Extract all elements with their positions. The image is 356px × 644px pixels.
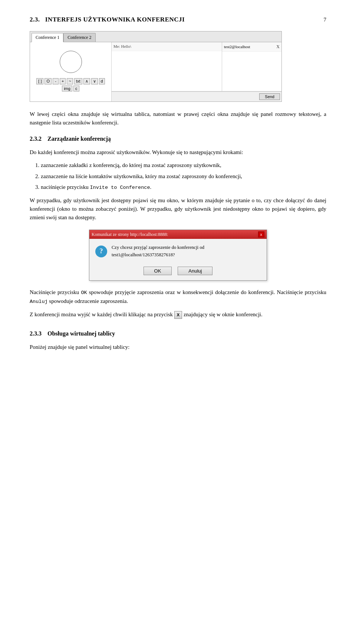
section-heading: INTERFEJS UŻYTKOWNIKA KONFERENCJI <box>45 16 185 23</box>
toolbar-up[interactable]: ∧ <box>83 78 90 84</box>
subsection-233-number: 2.3.3 <box>30 330 42 337</box>
section-number: 2.3. <box>30 16 40 23</box>
drawing-toolbar: [ ] O - + ~ txt ∧ ∨ d img c <box>30 77 111 93</box>
dialog-cancel-button[interactable]: Anuluj <box>178 267 212 275</box>
steps-list: zaznaczenie zakładki z konferencją, do k… <box>41 161 326 191</box>
close-x-button-example: X <box>174 311 182 319</box>
paragraph-4: Z konferencji można wyjść w każdej chwil… <box>30 310 326 319</box>
tab-conference1[interactable]: Conference 1 <box>32 33 63 42</box>
dialog-ok-button[interactable]: OK <box>144 267 172 275</box>
dialog-container: Komunikat ze strony http://localhost:888… <box>30 230 326 281</box>
dialog-close-button[interactable]: x <box>258 231 265 237</box>
dialog-titlebar: Komunikat ze strony http://localhost:888… <box>89 230 267 239</box>
dialog-question-icon: ? <box>95 246 107 257</box>
send-row: Send <box>112 91 281 101</box>
top-panels: Me: Hello\ test2@localhost X <box>112 42 281 91</box>
toolbar-d[interactable]: d <box>99 78 105 84</box>
circle-drawing <box>60 51 82 73</box>
toolbar-select[interactable]: [ ] <box>36 78 43 84</box>
paragraph-1: W lewej części okna znajduje się wirtual… <box>30 110 326 127</box>
toolbar-down[interactable]: ∨ <box>91 78 98 84</box>
participants-header: test2@localhost X <box>222 42 281 52</box>
toolbar-plus[interactable]: + <box>60 78 66 84</box>
dialog-message: Czy chcesz przyjąć zaproszenie do konfer… <box>112 244 261 258</box>
toolbar-txt[interactable]: txt <box>74 78 82 84</box>
participants-user: test2@localhost <box>224 44 250 50</box>
conference-body: [ ] O - + ~ txt ∧ ∨ d img c Me: Hello\ <box>30 42 281 101</box>
dialog-buttons: OK Anuluj <box>89 264 267 280</box>
dialog-title: Komunikat ze strony http://localhost:888… <box>92 231 168 238</box>
dialog-body: ? Czy chcesz przyjąć zaproszenie do konf… <box>89 239 267 264</box>
toolbar-minus[interactable]: - <box>53 78 59 84</box>
subsection-233-title: 2.3.3 Obsługa wirtualnej tablicy <box>30 329 326 338</box>
toolbar-c[interactable]: c <box>73 86 79 91</box>
toolbar-circle[interactable]: O <box>44 78 52 84</box>
step-1: zaznaczenie zakładki z konferencją, do k… <box>41 161 326 170</box>
toolbar-tilde[interactable]: ~ <box>67 78 73 84</box>
chat-label: Me: Hello\ <box>112 42 222 51</box>
step-2: zaznaczenie na liście kontaktów użytkown… <box>41 172 326 181</box>
chat-panel: Me: Hello\ <box>112 42 222 91</box>
subsection-232-heading: Zarządzanie konferencją <box>47 136 111 142</box>
send-button[interactable]: Send <box>259 93 280 100</box>
participants-panel: test2@localhost X <box>222 42 281 91</box>
conference-ui-screenshot: Conference 1 Conference 2 [ ] O - + ~ tx… <box>30 31 282 102</box>
close-conference-button[interactable]: X <box>276 43 280 50</box>
right-panels: Me: Hello\ test2@localhost X Send <box>112 42 281 101</box>
paragraph-3: Naciśnięcie przycisku OK spowoduje przyj… <box>30 288 326 306</box>
subsection-233-heading: Obsługa wirtualnej tablicy <box>47 330 115 337</box>
subsection-233-intro: Poniżej znajduje się panel wirtualnej ta… <box>30 343 326 351</box>
paragraph-2: W przypadku, gdy użytkownik jest dostępn… <box>30 196 326 222</box>
subsection-232-intro: Do każdej konferencji można zaprosić uży… <box>30 148 326 157</box>
dialog-box: Komunikat ze strony http://localhost:888… <box>89 230 267 281</box>
page-number: 7 <box>324 16 327 24</box>
subsection-232-title: 2.3.2 Zarządzanie konferencją <box>30 134 326 144</box>
tab-conference2[interactable]: Conference 2 <box>63 33 95 42</box>
step-3: naciśnięcie przycisku Invite to Conferen… <box>41 183 326 192</box>
whiteboard-panel: [ ] O - + ~ txt ∧ ∨ d img c <box>30 42 112 101</box>
tab-bar: Conference 1 Conference 2 <box>30 31 281 42</box>
page-header: 2.3. INTERFEJS UŻYTKOWNIKA KONFERENCJI 7 <box>30 15 326 24</box>
subsection-232-number: 2.3.2 <box>30 136 42 142</box>
section-title: 2.3. INTERFEJS UŻYTKOWNIKA KONFERENCJI <box>30 15 185 24</box>
toolbar-img[interactable]: img <box>62 86 72 91</box>
